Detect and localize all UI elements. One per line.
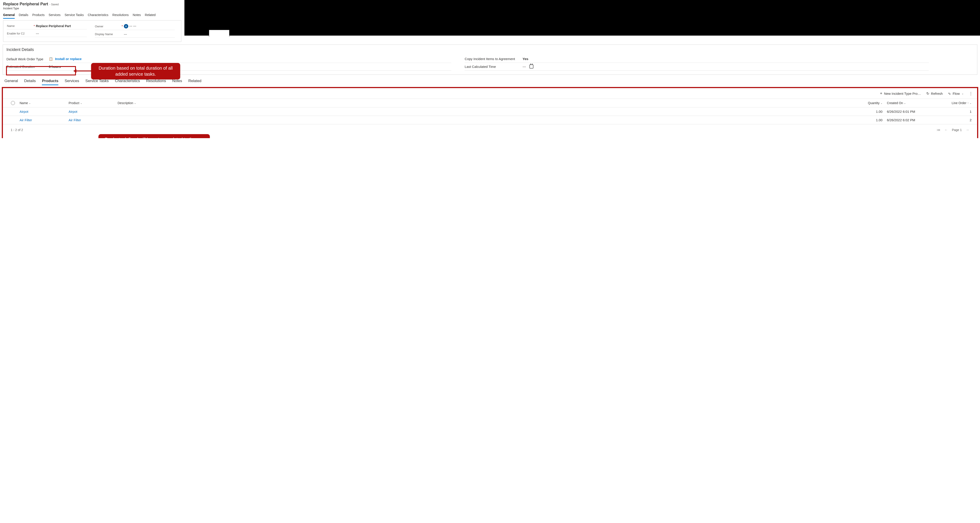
tab-general[interactable]: General [3, 12, 15, 19]
dn-field[interactable]: --- [124, 32, 175, 36]
tab-related[interactable]: Related [188, 79, 202, 85]
tab-resolutions[interactable]: Resolutions [113, 12, 129, 19]
wot-field[interactable]: 📋 Install or replace [49, 57, 81, 61]
col-name-label: Name [20, 101, 28, 105]
col-order-label: Line Order [952, 101, 966, 105]
flow-icon: ∿ [948, 92, 951, 96]
prev-page-button[interactable]: ← [944, 128, 948, 132]
tab-service-tasks[interactable]: Service Tasks [65, 12, 84, 19]
created-cell: 6/26/2022 6:01 PM [887, 110, 943, 113]
copy-label: Copy Incident Items to Agreement [465, 57, 522, 61]
person-icon: A [124, 24, 128, 29]
select-all[interactable] [11, 101, 15, 105]
qty-cell: 1.00 [860, 118, 887, 122]
order-cell: 2 [943, 118, 974, 122]
col-created[interactable]: Created On⌄ [887, 101, 943, 105]
owner-field[interactable]: A --- --- [124, 24, 175, 29]
col-description[interactable]: Description⌄ [118, 101, 860, 105]
calendar-icon[interactable] [530, 65, 533, 68]
order-cell: 1 [943, 110, 974, 113]
grid-header: Name⌄ Product⌄ Description⌄ Quantity⌄ Cr… [3, 99, 977, 108]
col-created-label: Created On [887, 101, 903, 105]
c2-field[interactable]: --- [36, 32, 87, 35]
calc-label: Last Calculated Time [465, 65, 522, 68]
required-mark: * [33, 24, 36, 28]
tab-services[interactable]: Services [49, 12, 60, 19]
refresh-label: Refresh [931, 92, 943, 95]
section-title: Incident Details [6, 48, 974, 52]
col-line-order[interactable]: Line Order ↑ ⌄ [943, 101, 974, 105]
est-field[interactable]: 3 hours [49, 65, 61, 68]
tab-products[interactable]: Products [42, 79, 58, 85]
tab-service-tasks[interactable]: Service Tasks [85, 79, 109, 85]
required-mark: * [122, 24, 124, 28]
grid-toolbar: + New Incident Type Pro… ↻ Refresh ∿ Flo… [3, 88, 977, 98]
name-field[interactable]: Replace Peripheral Part [36, 24, 87, 28]
more-icon: ⋯ [969, 92, 974, 95]
col-name[interactable]: Name⌄ [20, 101, 68, 105]
refresh-icon: ↻ [926, 92, 929, 96]
col-qty-label: Quantity [868, 101, 880, 105]
calc-field[interactable]: --- [522, 65, 526, 68]
table-row[interactable]: Air FilterAir Filter1.006/26/2022 6:02 P… [3, 116, 977, 124]
more-button[interactable]: ⋯ [969, 91, 973, 96]
table-row[interactable]: AirpotAirpot1.006/26/2022 6:01 PM1 [3, 108, 977, 116]
tab-related[interactable]: Related [145, 12, 156, 19]
refresh-button[interactable]: ↻ Refresh [926, 91, 943, 96]
tab-details[interactable]: Details [19, 12, 28, 19]
name-link[interactable]: Airpot [20, 110, 28, 113]
name-label: Name [7, 24, 33, 28]
plus-icon: + [880, 91, 883, 96]
grid-footer: 1 - 2 of 2 ⏮ ← Page 1 → [3, 124, 977, 135]
tab-notes[interactable]: Notes [133, 12, 141, 19]
chevron-down-icon: ⌄ [134, 101, 136, 105]
wot-label: Default Work Order Type [6, 57, 49, 61]
tab-products[interactable]: Products [32, 12, 45, 19]
sort-asc-icon: ↑ [967, 101, 969, 105]
record-range: 1 - 2 of 2 [11, 128, 23, 132]
clipboard-icon: 📋 [49, 57, 53, 61]
product-link[interactable]: Airpot [68, 110, 77, 113]
flow-label: Flow [953, 92, 960, 95]
product-link[interactable]: Air Filter [68, 118, 81, 122]
copy-field[interactable]: Yes [522, 57, 528, 61]
chevron-down-icon: ⌄ [961, 92, 964, 95]
flow-button[interactable]: ∿ Flow ⌄ [948, 91, 964, 96]
created-cell: 6/26/2022 6:02 PM [887, 118, 943, 122]
tab-notes[interactable]: Notes [172, 79, 182, 85]
new-record-button[interactable]: + New Incident Type Pro… [880, 91, 921, 96]
chevron-down-icon: ⌄ [904, 101, 906, 105]
col-quantity[interactable]: Quantity⌄ [860, 101, 887, 105]
pager: ⏮ ← Page 1 → [937, 128, 969, 132]
qty-cell: 1.00 [860, 110, 887, 113]
saved-state: - Saved [49, 3, 59, 6]
tab-characteristics[interactable]: Characteristics [115, 79, 140, 85]
tab-details[interactable]: Details [24, 79, 36, 85]
annotation-note-duration: Duration based on total duration of all … [91, 63, 180, 79]
form-tabs: GeneralDetailsProductsServicesService Ta… [3, 12, 181, 19]
record-header: Replace Peripheral Part - Saved Incident… [0, 0, 185, 19]
tab-characteristics[interactable]: Characteristics [88, 12, 108, 19]
products-grid: Name⌄ Product⌄ Description⌄ Quantity⌄ Cr… [3, 98, 977, 124]
col-desc-label: Description [118, 101, 133, 105]
dn-label: Display Name [95, 32, 122, 36]
page-label: Page 1 [952, 128, 962, 132]
first-page-button[interactable]: ⏮ [937, 128, 940, 132]
chevron-down-icon: ⌄ [969, 101, 972, 105]
name-link[interactable]: Air Filter [20, 118, 32, 122]
entity-subtitle: Incident Type [3, 7, 181, 10]
tab-strip-placeholder [185, 0, 980, 36]
tab-resolutions[interactable]: Resolutions [146, 79, 166, 85]
owner-label: Owner [95, 25, 122, 28]
new-label: New Incident Type Pro… [884, 92, 921, 95]
next-page-button[interactable]: → [966, 128, 969, 132]
tab-general[interactable]: General [5, 79, 18, 85]
col-product[interactable]: Product⌄ [68, 101, 118, 105]
summary-card: Name * Replace Peripheral Part Enable fo… [3, 20, 181, 42]
tab-services[interactable]: Services [65, 79, 79, 85]
arrow-line [76, 71, 92, 71]
chevron-down-icon: ⌄ [880, 101, 883, 105]
est-label: Estimated Duration [6, 65, 49, 68]
annotation-note-products: Products defined will be auto-populated … [99, 134, 210, 138]
chevron-down-icon: ⌄ [80, 101, 82, 105]
